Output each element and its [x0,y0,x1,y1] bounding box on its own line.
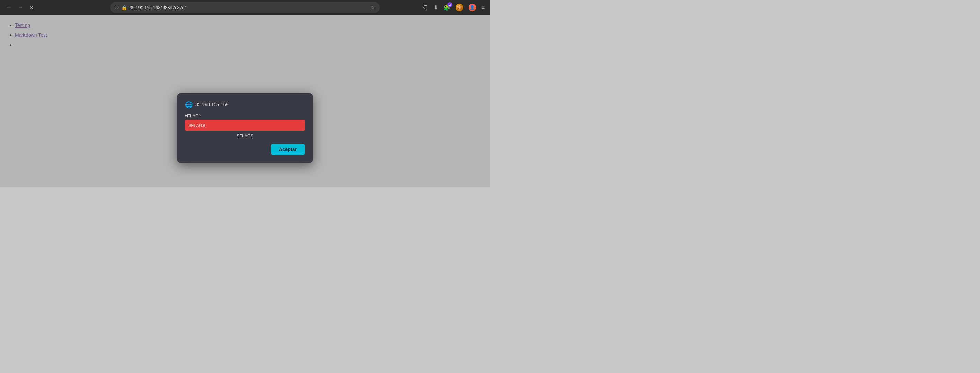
menu-icon: ≡ [482,5,485,11]
browser-actions: 🛡 ⬇ 🧩 2 🍪 👤 ≡ [421,2,486,13]
close-button[interactable]: ✕ [27,3,36,12]
download-button[interactable]: ⬇ [432,3,439,12]
dialog-input-label: ^FLAG^ [185,113,305,118]
accept-button[interactable]: Aceptar [271,144,305,155]
cookie-icon: 🍪 [456,4,463,11]
bookmark-button[interactable]: ☆ [370,4,375,11]
shield-action-button[interactable]: 🛡 [421,3,430,12]
lock-icon: 🔒 [121,5,127,10]
extensions-button[interactable]: 🧩 2 [442,3,452,12]
shield-action-icon: 🛡 [423,5,428,11]
flag-input[interactable] [185,120,305,131]
address-bar[interactable]: 🛡 🔒 35.190.155.168/cf83d2c87e/ ☆ [110,2,380,13]
modal-overlay: 🌐 35.190.155.168 ^FLAG^ $FLAG$ Aceptar [0,15,490,186]
dialog-header: 🌐 35.190.155.168 [185,101,305,108]
dialog-field-value: $FLAG$ [185,134,305,139]
cookie-avatar[interactable]: 🍪 [454,2,465,13]
download-icon: ⬇ [434,5,438,11]
forward-icon: → [18,5,23,11]
close-icon: ✕ [29,5,34,11]
page-content: Testing Markdown Test 🌐 35.190.155.168 ^… [0,15,490,186]
profile-avatar[interactable]: 👤 [467,2,477,13]
forward-button[interactable]: → [16,3,25,12]
shield-icon: 🛡 [115,5,119,10]
menu-button[interactable]: ≡ [480,3,486,12]
browser-chrome: ← → ✕ 🛡 🔒 35.190.155.168/cf83d2c87e/ ☆ 🛡… [0,0,490,15]
dialog: 🌐 35.190.155.168 ^FLAG^ $FLAG$ Aceptar [177,93,313,163]
back-icon: ← [6,5,11,11]
dialog-footer: Aceptar [185,144,305,155]
badge-count: 2 [447,2,452,7]
back-button[interactable]: ← [4,3,14,12]
globe-icon: 🌐 [185,101,192,108]
url-text: 35.190.155.168/cf83d2c87e/ [130,5,367,10]
dialog-domain: 35.190.155.168 [195,102,228,107]
profile-icon: 👤 [469,4,476,11]
nav-buttons: ← → ✕ [4,3,36,12]
